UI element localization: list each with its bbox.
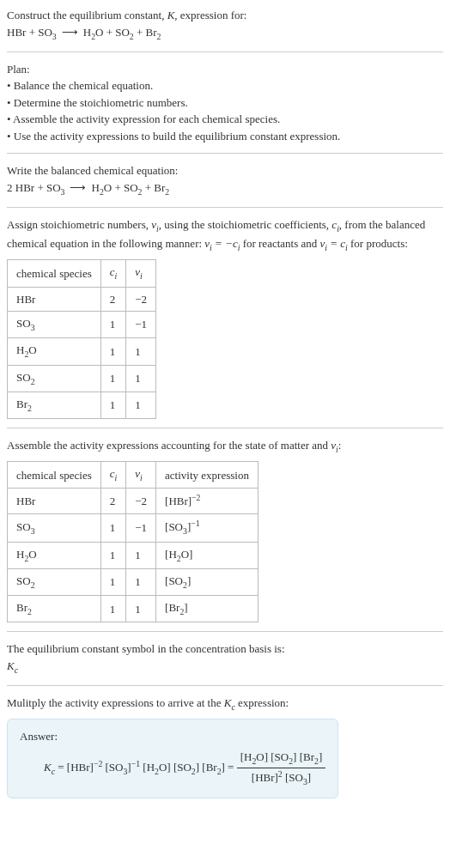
header-species: chemical species <box>8 260 101 287</box>
sp: HBr <box>16 495 35 507</box>
eq: = <box>55 761 67 774</box>
eq-products: νi = ci <box>320 237 348 250</box>
act: [HBr] <box>165 495 192 508</box>
plus: + <box>134 26 146 39</box>
table-row: H2O 1 1 [H2O] <box>8 542 258 568</box>
sub: 2 <box>31 376 35 385</box>
cell-activity: [HBr]−2 <box>156 489 258 514</box>
cell-nui: 1 <box>126 569 156 596</box>
sp: SO <box>16 371 31 384</box>
species-hbr: HBr <box>15 181 34 194</box>
species-br2: Br2 <box>146 26 161 39</box>
plus: + <box>112 181 124 194</box>
br-text: Br <box>146 26 157 39</box>
cell-species: H2O <box>8 542 101 568</box>
table-row: Br2 1 1 <box>8 392 156 418</box>
cell-species: HBr <box>8 489 101 514</box>
assign-block: Assign stoichiometric numbers, νi, using… <box>7 216 443 254</box>
header-activity: activity expression <box>156 462 258 489</box>
h-text: H <box>91 181 99 194</box>
plus: + <box>34 181 46 194</box>
coef-2: 2 <box>7 181 13 194</box>
table-row: SO2 1 1 [SO2] <box>8 569 258 596</box>
act: [SO <box>165 521 183 534</box>
table-row: SO3 1 −1 [SO3]−1 <box>8 514 258 543</box>
header-ci: ci <box>100 260 126 287</box>
sub: 3 <box>31 323 35 332</box>
exp: −1 <box>131 759 140 768</box>
cell-activity: [SO3]−1 <box>156 514 258 543</box>
plus: + <box>26 26 38 39</box>
table-header-row: chemical species ci νi <box>8 260 156 287</box>
cell-nui: −1 <box>126 312 156 338</box>
answer-expression: Kc = [HBr]−2 [SO3]−1 [H2O] [SO2] [Br2] =… <box>20 745 325 789</box>
k: K <box>44 761 52 774</box>
intro-block: Construct the equilibrium constant, K, e… <box>7 7 443 43</box>
sub-2: 2 <box>165 186 169 196</box>
species-so3: SO3 <box>46 181 65 194</box>
o-text: O <box>95 26 103 39</box>
sub: 3 <box>31 525 35 535</box>
sp: H <box>16 343 24 356</box>
header-species: chemical species <box>8 462 101 489</box>
eq: = <box>225 761 237 774</box>
act: [SO <box>165 574 183 587</box>
c-i: ci <box>331 218 339 231</box>
n: O] [SO <box>256 750 289 763</box>
sp: O <box>28 343 36 356</box>
species-so2: SO2 <box>115 26 134 39</box>
d: ] <box>307 771 311 784</box>
cell-nui: −1 <box>126 514 156 543</box>
header-nui: νi <box>126 260 156 287</box>
species-hbr: HBr <box>7 26 26 39</box>
sub: 2 <box>27 403 32 412</box>
cell-ci: 1 <box>100 312 126 338</box>
act: ] <box>184 601 187 614</box>
term-so2: [SO2] <box>173 761 199 774</box>
sub-i: i <box>140 271 143 281</box>
assign-text-d: for reactants and <box>240 237 319 250</box>
sp: H <box>16 548 24 561</box>
term-hbr: [HBr]−2 <box>67 761 102 774</box>
cell-species: HBr <box>8 287 101 312</box>
cell-species: SO2 <box>8 365 101 392</box>
species-h2o: H2O <box>83 26 104 39</box>
h-text: H <box>83 26 91 39</box>
assign-text-b: , using the stoichiometric coefficients, <box>159 218 332 231</box>
plan-bullet-1: • Balance the chemical equation. <box>7 77 443 94</box>
cell-nui: 1 <box>126 542 156 568</box>
so-text: SO <box>115 26 130 39</box>
plus: + <box>142 181 154 194</box>
divider <box>7 685 443 686</box>
so-text: SO <box>124 181 138 194</box>
term-so3: [SO3]−1 <box>106 761 141 774</box>
balanced-title: Write the balanced chemical equation: <box>7 162 443 179</box>
cell-ci: 1 <box>100 338 126 365</box>
plan-block: Plan: • Balance the chemical equation. •… <box>7 61 443 145</box>
cell-ci: 1 <box>100 569 126 596</box>
t: [SO <box>106 761 124 774</box>
cell-ci: 1 <box>100 514 126 543</box>
arrow-icon: ⟶ <box>64 181 91 194</box>
eq: = <box>327 237 340 250</box>
denominator: [HBr]2 [SO3] <box>237 768 326 789</box>
table-row: HBr 2 −2 <box>8 287 156 312</box>
kc-symbol: Kc <box>7 658 443 677</box>
cell-nui: 1 <box>126 365 156 392</box>
d: [HBr] <box>252 771 278 784</box>
sub-i: i <box>115 271 118 281</box>
term-br2: [Br2] <box>202 761 225 774</box>
arrow-icon: ⟶ <box>57 26 83 39</box>
cell-activity: [H2O] <box>156 542 258 568</box>
numerator: [H2O] [SO2] [Br2] <box>237 749 326 768</box>
sub-i: i <box>140 473 143 483</box>
t: [SO <box>173 761 192 774</box>
cell-nui: −2 <box>126 287 156 312</box>
answer-box: Answer: Kc = [HBr]−2 [SO3]−1 [H2O] [SO2]… <box>7 719 338 798</box>
sub: 2 <box>31 580 35 590</box>
t: [Br <box>202 761 216 774</box>
table-row: HBr 2 −2 [HBr]−2 <box>8 489 258 514</box>
eq-minus: = − <box>212 237 233 250</box>
cell-species: H2O <box>8 338 101 365</box>
plan-bullet-2: • Determine the stoichiometric numbers. <box>7 94 443 112</box>
